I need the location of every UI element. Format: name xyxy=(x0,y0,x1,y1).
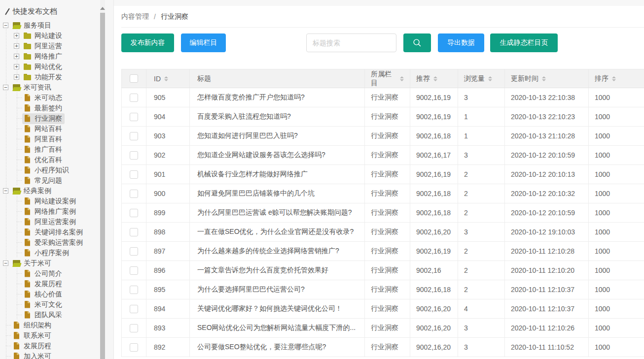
tree-node[interactable]: − 经典案例 xyxy=(0,186,100,196)
row-sort: 1000 xyxy=(589,261,644,280)
tree-node[interactable]: 加入米可 xyxy=(0,351,100,359)
tree-expander-icon[interactable]: + xyxy=(14,64,19,69)
tree-expander-icon[interactable]: − xyxy=(3,188,8,194)
tree-node[interactable]: 网络推广案例 xyxy=(0,206,100,217)
row-checkbox[interactable] xyxy=(130,228,138,236)
tree-node[interactable]: 阿里运营案例 xyxy=(0,217,100,227)
row-checkbox[interactable] xyxy=(130,132,138,140)
sort-arrows-icon[interactable] xyxy=(488,76,492,81)
tree-node-label: 网站优化 xyxy=(35,63,62,71)
row-checkbox-cell xyxy=(122,223,146,242)
row-checkbox[interactable] xyxy=(130,190,138,198)
column-header-views[interactable]: 浏览量 xyxy=(458,69,505,88)
breadcrumb-parent[interactable]: 内容管理 xyxy=(121,12,149,21)
tree-node[interactable]: 小程序案例 xyxy=(0,248,100,258)
tree-node[interactable]: 推广百科 xyxy=(0,144,100,155)
tree-node[interactable]: 联系米可 xyxy=(0,330,100,341)
tree-node[interactable]: 核心价值 xyxy=(0,289,100,299)
tree-node-label: 团队风采 xyxy=(35,311,62,320)
row-checkbox[interactable] xyxy=(130,113,138,121)
tree-node[interactable]: 网站建设案例 xyxy=(0,196,100,206)
row-checkbox[interactable] xyxy=(130,94,138,102)
tree-node[interactable]: − 米可资讯 xyxy=(0,82,100,93)
tree-node[interactable]: 最新签约 xyxy=(0,103,100,113)
row-checkbox[interactable] xyxy=(130,209,138,217)
edit-column-button[interactable]: 编辑栏目 xyxy=(181,33,226,52)
row-id: 903 xyxy=(146,127,190,146)
tree-node[interactable]: 发展历程 xyxy=(0,279,100,289)
tree-node[interactable]: 团队风采 xyxy=(0,310,100,320)
select-all-checkbox[interactable] xyxy=(130,74,138,83)
export-data-button[interactable]: 导出数据 xyxy=(438,33,484,52)
row-recommend: 9002,16,17 xyxy=(410,146,458,165)
tree-node-label: 网络推广案例 xyxy=(35,207,76,216)
row-updated: 2020-10-12 20:10:32 xyxy=(505,184,589,203)
sort-arrows-icon[interactable] xyxy=(612,76,616,81)
tree-node[interactable]: − 关于米可 xyxy=(0,258,100,268)
tree-expander-icon[interactable]: + xyxy=(14,43,19,49)
search-button[interactable] xyxy=(403,33,431,52)
tree-node[interactable]: + 阿里运营 xyxy=(0,41,100,51)
tree-node[interactable]: + 网站建设 xyxy=(0,31,100,41)
row-checkbox[interactable] xyxy=(130,170,138,179)
title-search-input[interactable] xyxy=(306,33,396,52)
file-icon xyxy=(23,104,32,112)
row-title: SEO网站优化公司为您解析网站流量大幅度下滑的... xyxy=(190,319,365,338)
row-category: 行业洞察 xyxy=(365,338,410,357)
row-views: 2 xyxy=(458,280,505,299)
tree-node[interactable]: + 网站优化 xyxy=(0,62,100,72)
tree-node[interactable]: 关键词排名案例 xyxy=(0,227,100,237)
row-checkbox[interactable] xyxy=(130,286,138,294)
file-icon xyxy=(23,94,32,102)
file-icon xyxy=(12,322,21,329)
row-sort: 1000 xyxy=(589,165,644,184)
sort-arrows-icon[interactable] xyxy=(400,76,404,81)
row-sort: 1000 xyxy=(589,242,644,261)
row-recommend: 9002,16,20 xyxy=(410,319,458,338)
file-icon xyxy=(23,197,32,205)
tree-node[interactable]: 发展历程 xyxy=(0,341,100,351)
file-icon xyxy=(23,156,32,164)
tree-node[interactable]: 米可动态 xyxy=(0,93,100,103)
column-header-updated[interactable]: 更新时间 xyxy=(505,69,589,88)
tree-node[interactable]: 阿里百科 xyxy=(0,134,100,144)
tree-node[interactable]: 优化百科 xyxy=(0,155,100,165)
publish-new-content-button[interactable]: 发布新内容 xyxy=(121,33,174,52)
tree-node[interactable]: 小程序知识 xyxy=(0,165,100,175)
column-header-category[interactable]: 所属栏目 xyxy=(365,69,410,88)
tree-expander-icon[interactable]: + xyxy=(14,54,19,59)
sort-arrows-icon[interactable] xyxy=(433,76,437,81)
tree-node[interactable]: + 网络推广 xyxy=(0,51,100,62)
tree-node[interactable]: 网站百科 xyxy=(0,124,100,134)
row-updated: 2020-10-13 21:10:28 xyxy=(505,127,589,146)
tree-node[interactable]: 常见问题 xyxy=(0,175,100,186)
row-checkbox[interactable] xyxy=(130,305,138,313)
tree-node[interactable]: 公司简介 xyxy=(0,268,100,279)
tree-node[interactable]: 米可文化 xyxy=(0,299,100,310)
row-checkbox[interactable] xyxy=(130,324,138,332)
tree-node[interactable]: + 功能开发 xyxy=(0,72,100,82)
row-checkbox[interactable] xyxy=(130,343,138,352)
tree-expander-icon[interactable]: − xyxy=(3,23,8,28)
tree-expander-icon[interactable]: − xyxy=(3,261,8,266)
scroll-up-arrow-icon[interactable] xyxy=(100,7,105,11)
tree-expander-icon[interactable]: + xyxy=(14,33,19,38)
row-sort: 1000 xyxy=(589,338,644,357)
tree-node[interactable]: − 服务项目 xyxy=(0,20,100,31)
column-header-id[interactable]: ID xyxy=(146,69,190,88)
tree-expander-icon[interactable]: + xyxy=(14,74,19,80)
column-header-recommend[interactable]: 推荐 xyxy=(410,69,458,88)
row-checkbox[interactable] xyxy=(130,247,138,256)
scrollbar-thumb[interactable] xyxy=(100,13,105,359)
generate-static-page-button[interactable]: 生成静态栏目页 xyxy=(490,33,558,52)
sort-arrows-icon[interactable] xyxy=(542,76,546,81)
tree-node[interactable]: 爱采购运营案例 xyxy=(0,237,100,248)
tree-expander-icon[interactable]: − xyxy=(3,85,8,90)
sort-arrows-icon[interactable] xyxy=(164,76,168,81)
row-checkbox[interactable] xyxy=(130,266,138,275)
tree-node[interactable]: 行业洞察 xyxy=(0,113,100,124)
row-checkbox[interactable] xyxy=(130,151,138,160)
tree-node[interactable]: 组织架构 xyxy=(0,320,100,330)
sidebar-scrollbar[interactable] xyxy=(100,0,105,359)
column-header-sort[interactable]: 排序 xyxy=(589,69,644,88)
